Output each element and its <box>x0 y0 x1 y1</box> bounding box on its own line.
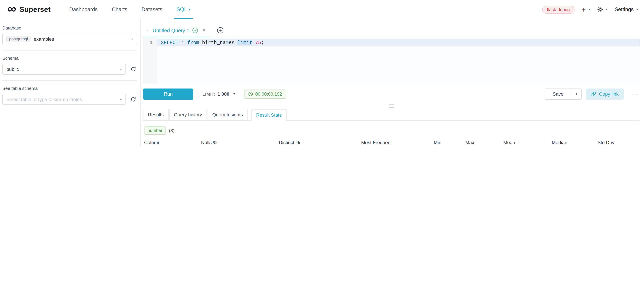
link-icon <box>591 92 596 96</box>
nav-item-dashboards[interactable]: Dashboards <box>62 0 104 19</box>
table-schema-row: Select table or type to search tables ▾ <box>2 94 137 105</box>
query-tab[interactable]: ⋮ Untitled Query 1 × <box>143 24 210 37</box>
settings-menu[interactable]: Settings ▾ <box>615 6 638 12</box>
line-number: 1 <box>143 39 157 46</box>
sql-token: from <box>187 40 199 46</box>
nav-item-charts[interactable]: Charts <box>104 0 134 19</box>
code-text: SELECT * from birth_names limit 75; <box>157 39 640 46</box>
query-tab-bar: ⋮ Untitled Query 1 × <box>143 24 640 37</box>
database-label: Database <box>2 26 137 30</box>
nav-item-sql[interactable]: SQL ▾ <box>170 0 197 19</box>
table-select[interactable]: Select table or type to search tables ▾ <box>2 94 126 105</box>
clock-icon <box>248 92 253 96</box>
editor-toolbar: Run LIMIT: 1 000 ▾ 00:00:00.192 Save <box>143 84 640 104</box>
sql-token: * <box>182 40 184 46</box>
sql-token: SELECT <box>161 40 178 46</box>
tab-query-history[interactable]: Query history <box>169 109 207 120</box>
query-tab-title: Untitled Query 1 <box>152 27 190 33</box>
sidebar-divider <box>2 50 137 50</box>
refresh-icon <box>130 66 136 72</box>
schema-select[interactable]: public ▾ <box>2 64 126 74</box>
stats-section-number: number (3) Column Nulls % Distinct % Mos… <box>144 126 640 146</box>
chevron-down-icon: ▾ <box>189 8 190 11</box>
chevron-down-icon: ▾ <box>131 37 133 41</box>
sql-editor-panel: ⋮ Untitled Query 1 × <box>141 19 644 146</box>
chevron-down-icon: ▾ <box>606 8 608 11</box>
code-line: 1 SELECT * from birth_names limit 75; <box>143 39 640 46</box>
results-tab-bar: Results Query history Query Insights Res… <box>143 109 640 121</box>
navbar-right: flask-debug + ▾ ▾ Settings ▾ <box>542 6 638 14</box>
type-badge-number: number <box>144 126 166 135</box>
tab-result-stats[interactable]: Result Stats <box>251 109 286 121</box>
limit-value: 1 000 <box>218 91 229 97</box>
database-backend-tag: postgresql <box>6 36 31 42</box>
sql-code-editor[interactable]: 1 SELECT * from birth_names limit 75; <box>143 37 640 84</box>
table-schema-label: See table schema <box>2 86 137 91</box>
nav-item-sql-label: SQL <box>176 6 187 12</box>
chevron-down-icon: ▾ <box>120 67 122 71</box>
superset-logo-icon[interactable]: ∞ <box>8 3 16 15</box>
plus-icon: + <box>582 6 586 13</box>
check-circle-icon <box>192 27 198 33</box>
pane-resize-handle[interactable] <box>389 104 394 108</box>
sql-lab-page: ∞ Superset Dashboards Charts Datasets SQ… <box>0 0 644 146</box>
brand-title[interactable]: Superset <box>20 6 50 14</box>
chevron-down-icon: ▾ <box>588 8 590 11</box>
chevron-down-icon: ▾ <box>234 92 235 96</box>
schema-label: Schema <box>2 56 137 61</box>
column-count: (3) <box>169 128 174 133</box>
timer-value: 00:00:00.192 <box>255 92 282 96</box>
drag-handle-icon: ⋮ <box>145 28 150 33</box>
chevron-down-icon: ▾ <box>120 98 122 101</box>
run-button[interactable]: Run <box>143 88 193 100</box>
plus-circle-icon <box>217 27 223 34</box>
result-stats-panel: number (3) Column Nulls % Distinct % Mos… <box>143 121 640 146</box>
app-body: Database postgresql examples ▾ Schema pu… <box>0 19 644 146</box>
limit-dropdown[interactable]: LIMIT: 1 000 ▾ <box>202 91 235 97</box>
limit-label: LIMIT: <box>202 92 215 96</box>
sun-icon <box>597 6 603 12</box>
tab-query-insights[interactable]: Query Insights <box>208 109 248 120</box>
tab-results[interactable]: Results <box>143 109 168 120</box>
new-item-button[interactable]: + ▾ <box>582 6 590 13</box>
nav-item-datasets[interactable]: Datasets <box>134 0 170 19</box>
table-header-row: Column Nulls % Distinct % Most Frequent … <box>144 140 640 146</box>
refresh-icon <box>130 97 136 102</box>
save-button[interactable]: Save <box>544 88 572 100</box>
main-nav: Dashboards Charts Datasets SQL ▾ <box>62 0 197 19</box>
chevron-down-icon: ▾ <box>576 92 577 96</box>
database-select-value: examples <box>34 36 54 42</box>
environment-tag: flask-debug <box>542 6 574 14</box>
save-options-button[interactable]: ▾ <box>572 88 582 100</box>
section-header: number (3) <box>144 126 640 135</box>
database-select[interactable]: postgresql examples ▾ <box>2 34 137 44</box>
settings-label: Settings <box>615 6 634 12</box>
navbar-left: ∞ Superset Dashboards Charts Datasets SQ… <box>8 0 197 19</box>
stats-table-number: Column Nulls % Distinct % Most Frequent … <box>144 140 640 146</box>
navbar: ∞ Superset Dashboards Charts Datasets SQ… <box>0 0 644 19</box>
sql-token: birth_names <box>202 40 234 46</box>
database-row: postgresql examples ▾ <box>2 34 137 44</box>
theme-toggle-button[interactable]: ▾ <box>597 6 608 12</box>
schema-row: public ▾ <box>2 64 137 74</box>
save-split-button: Save ▾ <box>544 88 582 100</box>
refresh-tables-button[interactable] <box>130 97 137 102</box>
sql-token: 75 <box>255 40 261 46</box>
refresh-schemas-button[interactable] <box>130 66 137 72</box>
copy-link-label: Copy link <box>599 91 618 97</box>
query-timer-badge: 00:00:00.192 <box>244 89 286 98</box>
sidebar-divider <box>2 80 137 81</box>
chevron-down-icon: ▾ <box>636 8 638 11</box>
sql-lab-sidebar: Database postgresql examples ▾ Schema pu… <box>0 19 141 146</box>
sql-token: limit <box>238 40 252 46</box>
table-select-placeholder: Select table or type to search tables <box>6 97 82 102</box>
close-tab-icon[interactable]: × <box>202 27 206 33</box>
more-actions-button[interactable]: ··· <box>628 90 640 97</box>
copy-link-button[interactable]: Copy link <box>586 88 624 100</box>
schema-select-value: public <box>6 66 19 72</box>
add-query-tab-button[interactable] <box>217 27 223 34</box>
